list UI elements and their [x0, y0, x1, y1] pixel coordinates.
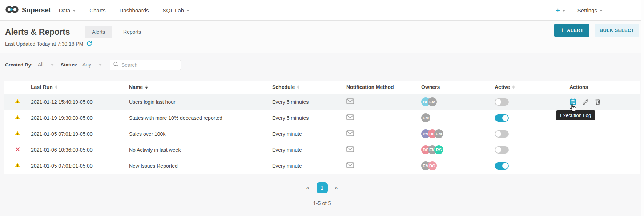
previous-page-button[interactable]: «	[306, 185, 310, 191]
new-item-menu[interactable]: +	[556, 7, 565, 14]
status-select[interactable]: Any	[82, 62, 91, 68]
status-filter: Status: Any	[61, 62, 102, 68]
warning-icon	[15, 131, 20, 137]
superset-logo[interactable]: Superset	[5, 5, 51, 15]
name-cell[interactable]: Sales over 100k	[129, 131, 272, 137]
table-header-row: Last Run Name Schedule Notification Meth…	[4, 81, 640, 94]
nav-item-dashboards[interactable]: Dashboards	[120, 7, 149, 13]
navbar-right: + Settings	[556, 7, 635, 14]
email-icon	[346, 114, 354, 122]
table-row[interactable]: 2021-01-12 15:40:19-05:00 Users login la…	[4, 94, 640, 110]
table-row[interactable]: 2021-01-05 07:01:19-05:00 Sales over 100…	[4, 126, 640, 142]
toggle-knob	[495, 131, 501, 137]
chevron-down-icon	[600, 10, 603, 12]
schedule-cell: Every 5 minutes	[272, 115, 346, 121]
alerts-table: Last Run Name Schedule Notification Meth…	[4, 81, 640, 174]
avatar[interactable]: EM	[421, 113, 430, 122]
name-cell[interactable]: Users login last hour	[129, 99, 272, 105]
brand-name: Superset	[22, 6, 51, 14]
col-header-active[interactable]: Active	[495, 84, 569, 90]
chevron-down-icon	[562, 10, 565, 12]
tab-reports[interactable]: Reports	[116, 26, 148, 38]
filter-bar: Created By: All Status: Any	[0, 53, 644, 81]
actions-cell	[569, 98, 640, 105]
table-row[interactable]: 2021-01-19 19:30:00-05:00 States with mo…	[4, 110, 640, 126]
created-by-label: Created By:	[5, 62, 33, 68]
col-header-actions: Actions	[569, 84, 640, 90]
col-header-name[interactable]: Name	[129, 84, 272, 90]
chevron-down-icon[interactable]	[98, 64, 102, 66]
name-cell[interactable]: New Issues Reported	[129, 163, 272, 169]
avatar[interactable]: EM	[428, 97, 437, 106]
delete-button[interactable]	[595, 98, 601, 105]
created-by-select[interactable]: All	[38, 62, 44, 68]
search-input[interactable]	[121, 62, 178, 68]
page-1-button[interactable]: 1	[317, 182, 328, 193]
bulk-select-button[interactable]: BULK SELECT	[595, 24, 639, 37]
owners-cell: BCEM	[421, 97, 495, 106]
email-icon	[346, 146, 354, 154]
active-toggle[interactable]	[495, 130, 509, 138]
nav-menu: Data Charts Dashboards SQL Lab	[59, 7, 189, 13]
table-row[interactable]: 2021-01-06 10:36:00-05:00 No Activity in…	[4, 142, 640, 158]
error-icon	[15, 147, 20, 153]
edit-button[interactable]	[582, 99, 589, 105]
nav-item-data[interactable]: Data	[59, 7, 76, 13]
col-header-last-run[interactable]: Last Run	[31, 84, 129, 90]
schedule-cell: Every minute	[272, 147, 346, 153]
last-run-cell: 2021-01-05 07:01:01-05:00	[31, 163, 129, 169]
active-toggle[interactable]	[495, 114, 509, 122]
add-alert-button[interactable]: + ALERT	[554, 24, 589, 37]
owners-cell: EM	[421, 113, 495, 122]
active-toggle[interactable]	[495, 162, 509, 170]
plus-icon: +	[560, 27, 564, 34]
created-by-filter: Created By: All	[5, 62, 54, 68]
plus-icon: +	[556, 7, 560, 14]
status-label: Status:	[61, 62, 77, 68]
tab-alerts[interactable]: Alerts	[85, 26, 112, 38]
sort-icon	[55, 85, 57, 89]
page-title: Alerts & Reports	[5, 27, 70, 37]
schedule-cell: Every minute	[272, 163, 346, 169]
chevron-down-icon	[73, 10, 76, 12]
nav-item-charts[interactable]: Charts	[89, 7, 105, 13]
warning-icon	[15, 99, 20, 105]
schedule-cell: Every minute	[272, 131, 346, 137]
search-icon	[113, 61, 119, 69]
page-header: Alerts & Reports Alerts Reports + ALERT …	[0, 21, 644, 53]
name-cell[interactable]: No Activity in last week	[129, 147, 272, 153]
email-icon	[346, 98, 354, 106]
active-toggle[interactable]	[495, 146, 509, 154]
active-toggle[interactable]	[495, 98, 509, 106]
scrollbar-track[interactable]	[641, 0, 644, 216]
sort-icon	[297, 85, 299, 89]
owners-cell: PMDCEM	[421, 129, 495, 138]
avatar[interactable]: EM	[434, 129, 443, 138]
owners-cell: DCEMRS	[421, 145, 495, 154]
refresh-icon[interactable]	[86, 41, 92, 47]
last-run-cell: 2021-01-05 07:01:19-05:00	[31, 131, 129, 137]
cursor-pointer-icon	[569, 103, 576, 113]
table-row[interactable]: 2021-01-05 07:01:01-05:00 New Issues Rep…	[4, 158, 640, 174]
next-page-button[interactable]: »	[335, 185, 338, 191]
tabs: Alerts Reports	[85, 26, 148, 38]
table-body: 2021-01-12 15:40:19-05:00 Users login la…	[4, 94, 640, 174]
avatar[interactable]: RS	[434, 145, 443, 154]
chevron-down-icon[interactable]	[51, 64, 54, 66]
toggle-knob	[502, 115, 508, 121]
superset-infinity-icon	[5, 5, 19, 15]
nav-item-sql-lab[interactable]: SQL Lab	[162, 7, 189, 13]
toggle-knob	[502, 163, 508, 169]
sort-icon	[145, 85, 148, 89]
name-cell[interactable]: States with more 10% deceased reported	[129, 115, 272, 121]
last-updated-text: Last Updated Today at 7:30:18 PM	[5, 41, 83, 47]
warning-icon	[15, 115, 20, 121]
toggle-knob	[495, 99, 501, 105]
pagination: « 1 »	[0, 182, 644, 193]
settings-menu[interactable]: Settings	[577, 7, 603, 13]
col-header-schedule[interactable]: Schedule	[272, 84, 346, 90]
avatar[interactable]: DG	[428, 161, 437, 170]
email-icon	[346, 130, 354, 138]
owners-cell: EMDG	[421, 161, 495, 170]
sort-icon	[512, 85, 515, 89]
